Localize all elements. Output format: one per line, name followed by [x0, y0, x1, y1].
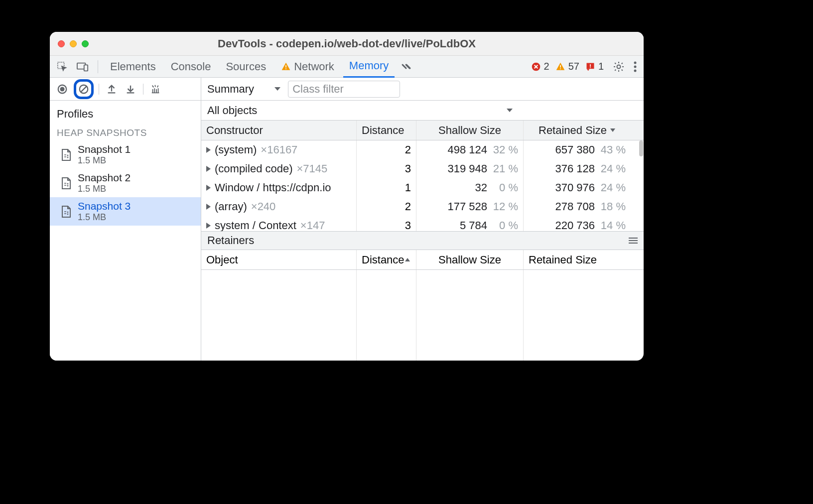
retainers-grid-header: Object Distance Shallow Size Retained Si…: [201, 250, 644, 270]
main-area: Profiles HEAP SNAPSHOTS Snapshot 11.5 MB…: [50, 78, 644, 361]
constructor-name: (array): [215, 200, 247, 213]
svg-rect-7: [560, 68, 561, 69]
device-toggle-icon[interactable]: [74, 56, 92, 78]
issues-icon: [585, 62, 595, 72]
warning-count: 57: [568, 61, 579, 72]
retain-col-object[interactable]: Object: [201, 250, 357, 269]
all-objects-label: All objects: [207, 104, 257, 117]
shallow-cell: 498 12432 %: [416, 140, 524, 159]
kebab-menu-icon[interactable]: [631, 56, 640, 78]
snapshot-list: Snapshot 11.5 MBSnapshot 21.5 MBSnapshot…: [50, 140, 201, 226]
snapshot-text: Snapshot 11.5 MB: [78, 143, 131, 166]
distance-cell: 2: [357, 197, 416, 216]
expand-icon[interactable]: [206, 204, 211, 210]
summary-label: Summary: [207, 83, 254, 96]
minimize-window-button[interactable]: [70, 40, 77, 47]
snapshot-item[interactable]: Snapshot 31.5 MB: [50, 197, 201, 226]
retained-cell: 278 70818 %: [524, 197, 631, 216]
snapshot-file-icon: [61, 177, 72, 190]
tab-console[interactable]: Console: [165, 56, 217, 78]
garbage-collect-button[interactable]: [148, 82, 163, 97]
distance-cell: 3: [357, 159, 416, 178]
tab-memory[interactable]: Memory: [343, 56, 395, 78]
constructor-row[interactable]: Window / https://cdpn.io1320 %370 97624 …: [201, 178, 644, 197]
traffic-lights: [58, 40, 89, 47]
all-objects-dropdown[interactable]: All objects: [201, 101, 644, 121]
expand-icon[interactable]: [206, 166, 211, 172]
tab-network[interactable]: Network: [275, 56, 340, 78]
retain-col-shallow[interactable]: Shallow Size: [416, 250, 524, 269]
error-badge[interactable]: 2: [531, 61, 552, 72]
more-tabs-icon[interactable]: [398, 56, 415, 78]
issues-count: 1: [598, 61, 604, 72]
col-constructor[interactable]: Constructor: [201, 121, 357, 140]
svg-point-14: [634, 69, 637, 72]
col-retained[interactable]: Retained Size: [524, 121, 631, 140]
constructor-count: ×240: [251, 200, 276, 213]
divider: [143, 84, 143, 95]
snapshot-item[interactable]: Snapshot 21.5 MB: [50, 169, 201, 197]
constructor-row[interactable]: (system) ×161672498 12432 %657 38043 %: [201, 140, 644, 159]
retained-cell: 376 12824 %: [524, 159, 631, 178]
expand-icon[interactable]: [206, 147, 211, 153]
window-title: DevTools - codepen.io/web-dot-dev/live/P…: [50, 37, 644, 50]
svg-line-18: [81, 86, 87, 92]
warning-badge[interactable]: 57: [555, 61, 582, 72]
constructor-grid: Constructor Distance Shallow Size Retain…: [201, 121, 644, 361]
svg-rect-2: [84, 65, 88, 71]
svg-point-11: [617, 65, 621, 68]
grid-body[interactable]: (system) ×161672498 12432 %657 38043 %(c…: [201, 140, 644, 231]
snapshot-file-icon: [61, 148, 72, 161]
snapshot-text: Snapshot 21.5 MB: [78, 172, 131, 194]
constructor-count: ×16167: [261, 143, 297, 156]
upload-button[interactable]: [104, 82, 119, 97]
snapshot-file-icon: [61, 205, 72, 218]
titlebar: DevTools - codepen.io/web-dot-dev/live/P…: [50, 32, 644, 56]
retainers-body: [201, 270, 644, 361]
distance-cell: 2: [357, 140, 416, 159]
expand-icon[interactable]: [206, 223, 211, 229]
download-button[interactable]: [123, 82, 138, 97]
settings-icon[interactable]: [610, 56, 628, 78]
maximize-window-button[interactable]: [82, 40, 89, 47]
constructor-row[interactable]: system / Context ×14735 7840 %220 73614 …: [201, 216, 644, 231]
tab-sources[interactable]: Sources: [220, 56, 272, 78]
error-icon: [531, 62, 541, 72]
retained-cell: 370 97624 %: [524, 178, 631, 197]
retainers-header: Retainers: [201, 231, 644, 250]
svg-point-13: [634, 65, 637, 68]
shallow-cell: 319 94821 %: [416, 159, 524, 178]
close-window-button[interactable]: [58, 40, 65, 47]
constructor-row[interactable]: (compiled code) ×71453319 94821 %376 128…: [201, 159, 644, 178]
snapshot-item[interactable]: Snapshot 11.5 MB: [50, 140, 201, 169]
retained-cell: 657 38043 %: [524, 140, 631, 159]
svg-point-12: [634, 61, 637, 64]
warning-icon: [555, 62, 565, 72]
col-distance[interactable]: Distance: [357, 121, 416, 140]
clear-all-button[interactable]: [77, 83, 90, 96]
distance-cell: 1: [357, 178, 416, 197]
constructor-cell: (system) ×16167: [201, 140, 357, 159]
clear-button-highlight: [74, 79, 94, 99]
constructor-cell: system / Context ×147: [201, 216, 357, 231]
retain-col-distance[interactable]: Distance: [357, 250, 416, 269]
scrollbar[interactable]: [639, 140, 643, 156]
summary-dropdown[interactable]: Summary: [207, 83, 281, 96]
expand-icon[interactable]: [206, 185, 211, 191]
col-shallow[interactable]: Shallow Size: [416, 121, 524, 140]
divider: [99, 84, 99, 95]
issues-badge[interactable]: 1: [585, 61, 607, 72]
constructor-row[interactable]: (array) ×2402177 52812 %278 70818 %: [201, 197, 644, 216]
constructor-name: system / Context: [215, 219, 296, 231]
retainers-menu-icon[interactable]: [629, 238, 638, 244]
grid-header: Constructor Distance Shallow Size Retain…: [201, 121, 644, 140]
svg-rect-3: [285, 65, 286, 67]
profiles-toolbar: [50, 78, 201, 101]
shallow-cell: 5 7840 %: [416, 216, 524, 231]
record-button[interactable]: [55, 82, 70, 97]
inspect-element-icon[interactable]: [54, 56, 71, 78]
devtools-window: DevTools - codepen.io/web-dot-dev/live/P…: [50, 32, 644, 361]
tab-elements[interactable]: Elements: [104, 56, 162, 78]
retain-col-retained[interactable]: Retained Size: [524, 250, 631, 269]
class-filter-input[interactable]: [288, 81, 400, 98]
